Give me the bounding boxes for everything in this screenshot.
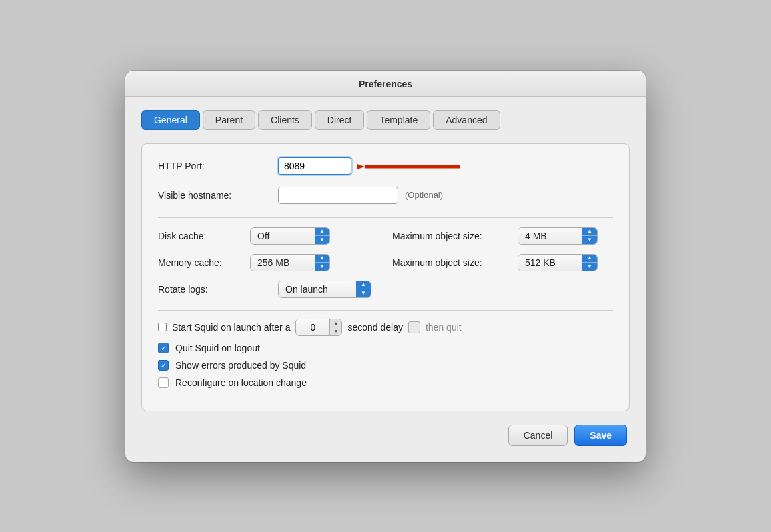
start-squid-row: Start Squid on launch after a ▲ ▼ second… [158,319,613,336]
memory-cache-label: Memory cache: [158,257,245,268]
tab-general[interactable]: General [141,110,200,130]
http-port-row: HTTP Port: [158,157,613,175]
delay-stepper[interactable]: ▲ ▼ [295,319,342,336]
disk-cache-label: Disk cache: [158,231,245,241]
memory-max-obj-arrows[interactable]: ▲ ▼ [582,255,597,271]
memory-max-obj-down-arrow[interactable]: ▼ [582,263,597,271]
divider-1 [158,217,613,218]
window-title: Preferences [359,79,412,89]
memory-max-obj-value: 512 KB [518,255,582,271]
http-port-label: HTTP Port: [158,161,278,171]
disk-cache-arrows[interactable]: ▲ ▼ [315,228,329,244]
disk-cache-select-wrap[interactable]: Off ▲ ▼ [250,227,330,245]
disk-cache-down-arrow[interactable]: ▼ [315,236,329,244]
visible-hostname-label: Visible hostname: [158,190,278,201]
show-errors-row: Show errors produced by Squid [158,360,613,371]
quit-logout-label: Quit Squid on logout [175,343,260,353]
memory-max-obj-select-wrap[interactable]: 512 KB ▲ ▼ [518,254,598,271]
quit-logout-row: Quit Squid on logout [158,343,613,353]
general-form: HTTP Port: [141,143,630,411]
tab-parent[interactable]: Parent [203,110,255,130]
then-quit-checkbox[interactable] [408,321,420,333]
cache-settings-grid: Disk cache: Off ▲ ▼ Maximum object size:… [158,227,613,271]
red-arrow-annotation [357,153,464,180]
rotate-logs-down-arrow[interactable]: ▼ [356,289,371,297]
memory-cache-arrows[interactable]: ▲ ▼ [315,255,329,271]
optional-text: (Optional) [405,190,443,200]
http-port-input[interactable] [278,157,351,175]
preferences-window: Preferences General Parent Clients Direc… [125,71,646,462]
start-squid-text: Start Squid on launch after a [172,322,290,333]
reconfigure-row: Reconfigure on location change [158,377,613,388]
memory-cache-value: 256 MB [251,255,315,271]
disk-cache-row: Disk cache: Off ▲ ▼ [158,227,379,245]
rotate-logs-arrows[interactable]: ▲ ▼ [356,281,371,297]
memory-cache-row: Memory cache: 256 MB ▲ ▼ [158,254,379,271]
memory-cache-select-wrap[interactable]: 256 MB ▲ ▼ [250,254,330,271]
then-quit-label: then quit [426,322,462,333]
second-delay-text: second delay [347,322,403,333]
reconfigure-checkbox[interactable] [158,377,169,388]
disk-max-obj-down-arrow[interactable]: ▼ [582,236,597,244]
disk-cache-up-arrow[interactable]: ▲ [315,228,329,237]
memory-max-obj-row: Maximum object size: 512 KB ▲ ▼ [392,254,613,271]
disk-cache-value: Off [251,228,315,244]
rotate-logs-select-wrap[interactable]: On launch ▲ ▼ [278,281,371,298]
disk-max-obj-value: 4 MB [518,228,582,244]
tab-clients[interactable]: Clients [258,110,312,130]
tab-advanced[interactable]: Advanced [433,110,500,130]
memory-max-obj-up-arrow[interactable]: ▲ [582,255,597,263]
bottom-buttons: Cancel Save [141,425,630,446]
rotate-logs-up-arrow[interactable]: ▲ [356,281,371,290]
delay-arrows[interactable]: ▲ ▼ [329,319,341,335]
disk-max-obj-up-arrow[interactable]: ▲ [582,228,597,237]
memory-cache-down-arrow[interactable]: ▼ [315,263,329,271]
rotate-logs-row: Rotate logs: On launch ▲ ▼ [158,281,613,298]
titlebar: Preferences [125,71,646,97]
divider-2 [158,310,613,311]
memory-max-obj-label: Maximum object size: [392,257,512,268]
disk-max-obj-row: Maximum object size: 4 MB ▲ ▼ [392,227,613,245]
disk-max-obj-select-wrap[interactable]: 4 MB ▲ ▼ [518,227,598,245]
show-errors-checkbox[interactable] [158,360,169,371]
start-squid-checkbox[interactable] [158,323,167,331]
delay-value[interactable] [296,319,329,335]
disk-max-obj-arrows[interactable]: ▲ ▼ [582,228,597,244]
tab-bar: General Parent Clients Direct Template A… [141,110,630,130]
cancel-button[interactable]: Cancel [508,425,568,446]
rotate-logs-label: Rotate logs: [158,284,278,295]
quit-logout-checkbox[interactable] [158,343,169,353]
rotate-logs-value: On launch [279,281,356,297]
save-button[interactable]: Save [574,425,627,446]
memory-cache-up-arrow[interactable]: ▲ [315,255,329,263]
disk-max-obj-label: Maximum object size: [392,231,512,241]
visible-hostname-row: Visible hostname: (Optional) [158,187,613,204]
reconfigure-label: Reconfigure on location change [175,377,307,388]
show-errors-label: Show errors produced by Squid [175,360,306,371]
tab-direct[interactable]: Direct [315,110,365,130]
tab-template[interactable]: Template [367,110,430,130]
visible-hostname-input[interactable] [278,187,398,204]
delay-down-arrow[interactable]: ▼ [330,327,341,335]
delay-up-arrow[interactable]: ▲ [330,319,341,328]
